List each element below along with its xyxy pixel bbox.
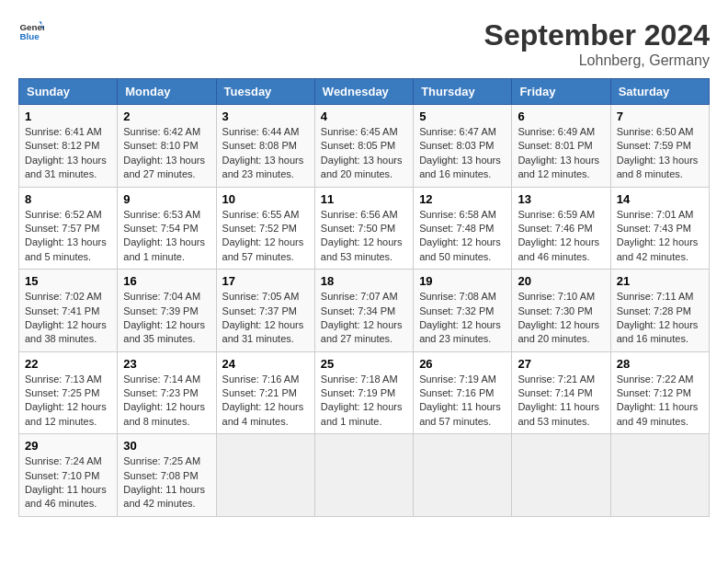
sunrise-time: Sunrise: 7:01 AM [617,209,694,220]
day-info: Sunrise: 7:16 AM Sunset: 7:21 PM Dayligh… [222,373,309,430]
sunset-time: Sunset: 7:12 PM [617,387,691,398]
calendar-cell: 8 Sunrise: 6:52 AM Sunset: 7:57 PM Dayli… [19,187,118,270]
sunrise-time: Sunrise: 7:02 AM [25,291,102,302]
day-number: 1 [25,109,111,123]
sunset-time: Sunset: 7:21 PM [222,387,297,398]
calendar-cell: 27 Sunrise: 7:21 AM Sunset: 7:14 PM Dayl… [512,351,610,434]
calendar-week-3: 15 Sunrise: 7:02 AM Sunset: 7:41 PM Dayl… [19,270,710,352]
day-number: 21 [617,274,703,288]
calendar-week-2: 8 Sunrise: 6:52 AM Sunset: 7:57 PM Dayli… [19,187,710,270]
calendar-cell: 17 Sunrise: 7:05 AM Sunset: 7:37 PM Dayl… [216,270,314,352]
calendar-cell: 1 Sunrise: 6:41 AM Sunset: 8:12 PM Dayli… [19,105,118,188]
daylight-hours: Daylight: 12 hours and 16 minutes. [617,319,699,344]
sunset-time: Sunset: 7:59 PM [617,140,691,151]
calendar-title: September 2024 [484,18,710,52]
svg-text:Blue: Blue [19,31,40,41]
sunrise-time: Sunrise: 7:24 AM [25,455,102,466]
sunrise-time: Sunrise: 7:22 AM [617,373,694,385]
sunrise-time: Sunrise: 7:08 AM [419,291,496,302]
calendar-cell: 7 Sunrise: 6:50 AM Sunset: 7:59 PM Dayli… [610,105,709,188]
sunset-time: Sunset: 7:46 PM [518,223,592,234]
calendar-cell: 16 Sunrise: 7:04 AM Sunset: 7:39 PM Dayl… [118,270,216,352]
day-number: 22 [25,357,111,371]
day-info: Sunrise: 7:18 AM Sunset: 7:19 PM Dayligh… [321,373,407,430]
calendar-week-4: 22 Sunrise: 7:13 AM Sunset: 7:25 PM Dayl… [19,351,710,434]
sunset-time: Sunset: 7:30 PM [518,305,592,316]
sunrise-time: Sunrise: 7:05 AM [222,291,300,302]
col-wednesday: Wednesday [314,79,413,105]
sunrise-time: Sunrise: 7:19 AM [419,373,496,385]
day-info: Sunrise: 7:14 AM Sunset: 7:23 PM Dayligh… [123,373,210,430]
day-number: 14 [617,192,703,206]
day-info: Sunrise: 6:50 AM Sunset: 7:59 PM Dayligh… [617,125,703,182]
sunset-time: Sunset: 7:41 PM [25,305,99,316]
day-number: 27 [518,357,604,371]
calendar-cell: 15 Sunrise: 7:02 AM Sunset: 7:41 PM Dayl… [19,270,118,352]
day-number: 16 [123,274,210,288]
calendar-week-5: 29 Sunrise: 7:24 AM Sunset: 7:10 PM Dayl… [19,434,710,517]
sunset-time: Sunset: 7:57 PM [25,223,99,234]
daylight-hours: Daylight: 13 hours and 23 minutes. [222,155,304,179]
sunset-time: Sunset: 7:37 PM [222,305,297,316]
day-info: Sunrise: 6:47 AM Sunset: 8:03 PM Dayligh… [419,125,506,182]
daylight-hours: Daylight: 13 hours and 27 minutes. [123,155,205,179]
daylight-hours: Daylight: 13 hours and 5 minutes. [25,236,107,261]
daylight-hours: Daylight: 11 hours and 46 minutes. [25,484,107,509]
sunset-time: Sunset: 8:08 PM [222,140,297,151]
sunrise-time: Sunrise: 6:44 AM [222,126,300,137]
sunrise-time: Sunrise: 6:47 AM [419,126,496,137]
day-info: Sunrise: 7:11 AM Sunset: 7:28 PM Dayligh… [617,290,703,347]
daylight-hours: Daylight: 13 hours and 8 minutes. [617,155,699,179]
day-info: Sunrise: 7:13 AM Sunset: 7:25 PM Dayligh… [25,373,111,430]
daylight-hours: Daylight: 12 hours and 12 minutes. [25,401,107,426]
day-number: 4 [321,109,407,123]
day-info: Sunrise: 7:22 AM Sunset: 7:12 PM Dayligh… [617,373,703,430]
day-info: Sunrise: 7:04 AM Sunset: 7:39 PM Dayligh… [123,290,210,347]
sunrise-time: Sunrise: 6:56 AM [321,209,398,220]
day-info: Sunrise: 7:08 AM Sunset: 7:32 PM Dayligh… [419,290,506,347]
daylight-hours: Daylight: 12 hours and 53 minutes. [321,236,403,261]
calendar-cell: 10 Sunrise: 6:55 AM Sunset: 7:52 PM Dayl… [216,187,314,270]
daylight-hours: Daylight: 12 hours and 35 minutes. [123,319,205,344]
daylight-hours: Daylight: 12 hours and 27 minutes. [321,319,403,344]
sunset-time: Sunset: 7:10 PM [25,470,99,481]
day-info: Sunrise: 7:25 AM Sunset: 7:08 PM Dayligh… [123,454,210,511]
calendar-cell: 30 Sunrise: 7:25 AM Sunset: 7:08 PM Dayl… [118,434,216,517]
day-number: 19 [419,274,506,288]
calendar-cell: 4 Sunrise: 6:45 AM Sunset: 8:05 PM Dayli… [314,105,413,188]
sunrise-time: Sunrise: 6:49 AM [518,126,595,137]
daylight-hours: Daylight: 12 hours and 1 minute. [321,401,403,426]
daylight-hours: Daylight: 12 hours and 46 minutes. [518,236,599,261]
day-number: 9 [123,192,210,206]
sunrise-time: Sunrise: 7:07 AM [321,291,398,302]
day-number: 3 [222,109,309,123]
logo-icon: General Blue [18,18,44,44]
sunrise-time: Sunrise: 6:55 AM [222,209,300,220]
calendar-cell: 19 Sunrise: 7:08 AM Sunset: 7:32 PM Dayl… [414,270,512,352]
logo: General Blue [18,18,44,44]
sunrise-time: Sunrise: 7:13 AM [25,373,102,385]
sunrise-time: Sunrise: 6:42 AM [123,126,200,137]
daylight-hours: Daylight: 12 hours and 20 minutes. [518,319,599,344]
day-info: Sunrise: 6:44 AM Sunset: 8:08 PM Dayligh… [222,125,309,182]
daylight-hours: Daylight: 12 hours and 42 minutes. [617,236,699,261]
sunset-time: Sunset: 7:54 PM [123,223,198,234]
header-row: Sunday Monday Tuesday Wednesday Thursday… [19,79,710,105]
title-block: September 2024 Lohnberg, Germany [484,18,710,69]
calendar-cell: 2 Sunrise: 6:42 AM Sunset: 8:10 PM Dayli… [118,105,216,188]
calendar-cell [414,434,512,517]
day-number: 11 [321,192,407,206]
sunset-time: Sunset: 7:16 PM [419,387,494,398]
daylight-hours: Daylight: 12 hours and 31 minutes. [222,319,304,344]
calendar-cell: 11 Sunrise: 6:56 AM Sunset: 7:50 PM Dayl… [314,187,413,270]
calendar-body: 1 Sunrise: 6:41 AM Sunset: 8:12 PM Dayli… [19,105,710,517]
day-number: 25 [321,357,407,371]
sunrise-time: Sunrise: 6:50 AM [617,126,694,137]
sunrise-time: Sunrise: 6:41 AM [25,126,102,137]
sunrise-time: Sunrise: 7:14 AM [123,373,200,385]
col-monday: Monday [118,79,216,105]
day-info: Sunrise: 6:59 AM Sunset: 7:46 PM Dayligh… [518,208,604,265]
sunrise-time: Sunrise: 6:45 AM [321,126,398,137]
calendar-subtitle: Lohnberg, Germany [484,52,710,69]
sunset-time: Sunset: 7:34 PM [321,305,395,316]
